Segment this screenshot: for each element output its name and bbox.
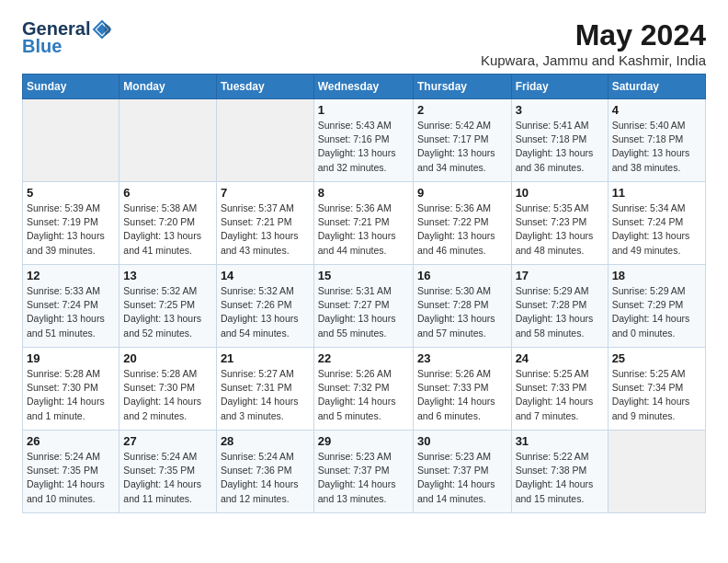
day-info: Sunrise: 5:43 AMSunset: 7:16 PMDaylight:… bbox=[318, 119, 409, 175]
day-info: Sunrise: 5:29 AMSunset: 7:28 PMDaylight:… bbox=[516, 284, 604, 340]
calendar-cell: 25Sunrise: 5:25 AMSunset: 7:34 PMDayligh… bbox=[608, 348, 705, 431]
day-info: Sunrise: 5:42 AMSunset: 7:17 PMDaylight:… bbox=[417, 119, 507, 175]
day-header-tuesday: Tuesday bbox=[216, 75, 313, 99]
day-number: 4 bbox=[612, 103, 701, 117]
day-number: 30 bbox=[417, 434, 507, 448]
day-info: Sunrise: 5:36 AMSunset: 7:22 PMDaylight:… bbox=[417, 201, 507, 258]
day-info: Sunrise: 5:37 AMSunset: 7:21 PMDaylight:… bbox=[221, 201, 310, 258]
day-number: 3 bbox=[516, 103, 604, 117]
calendar-cell: 9Sunrise: 5:36 AMSunset: 7:22 PMDaylight… bbox=[413, 182, 511, 265]
title-area: May 2024 Kupwara, Jammu and Kashmir, Ind… bbox=[481, 18, 706, 68]
calendar-cell: 12Sunrise: 5:33 AMSunset: 7:24 PMDayligh… bbox=[23, 265, 119, 348]
day-info: Sunrise: 5:34 AMSunset: 7:24 PMDaylight:… bbox=[612, 201, 701, 258]
calendar-cell: 13Sunrise: 5:32 AMSunset: 7:25 PMDayligh… bbox=[119, 265, 217, 348]
calendar-cell: 26Sunrise: 5:24 AMSunset: 7:35 PMDayligh… bbox=[23, 431, 119, 513]
calendar-cell: 10Sunrise: 5:35 AMSunset: 7:23 PMDayligh… bbox=[511, 182, 608, 265]
day-info: Sunrise: 5:41 AMSunset: 7:18 PMDaylight:… bbox=[516, 119, 604, 175]
day-number: 18 bbox=[612, 269, 701, 282]
day-header-friday: Friday bbox=[511, 75, 608, 99]
day-info: Sunrise: 5:28 AMSunset: 7:30 PMDaylight:… bbox=[27, 367, 115, 423]
day-info: Sunrise: 5:25 AMSunset: 7:34 PMDaylight:… bbox=[612, 367, 701, 423]
calendar-cell: 20Sunrise: 5:28 AMSunset: 7:30 PMDayligh… bbox=[119, 348, 217, 431]
day-number: 6 bbox=[123, 186, 212, 200]
day-header-sunday: Sunday bbox=[23, 75, 119, 99]
week-row-5: 26Sunrise: 5:24 AMSunset: 7:35 PMDayligh… bbox=[23, 431, 706, 513]
day-number: 10 bbox=[516, 186, 604, 200]
calendar-cell: 22Sunrise: 5:26 AMSunset: 7:32 PMDayligh… bbox=[313, 348, 413, 431]
calendar-cell: 18Sunrise: 5:29 AMSunset: 7:29 PMDayligh… bbox=[608, 265, 705, 348]
day-info: Sunrise: 5:33 AMSunset: 7:24 PMDaylight:… bbox=[27, 284, 115, 340]
day-number: 11 bbox=[612, 186, 701, 200]
calendar-cell: 31Sunrise: 5:22 AMSunset: 7:38 PMDayligh… bbox=[511, 431, 608, 513]
day-number: 14 bbox=[221, 269, 310, 282]
svg-marker-2 bbox=[105, 23, 110, 36]
week-row-3: 12Sunrise: 5:33 AMSunset: 7:24 PMDayligh… bbox=[23, 265, 706, 348]
day-header-thursday: Thursday bbox=[413, 75, 511, 99]
day-info: Sunrise: 5:36 AMSunset: 7:21 PMDaylight:… bbox=[318, 201, 409, 258]
calendar-cell: 8Sunrise: 5:36 AMSunset: 7:21 PMDaylight… bbox=[313, 182, 413, 265]
day-info: Sunrise: 5:29 AMSunset: 7:29 PMDaylight:… bbox=[612, 284, 701, 340]
day-number: 25 bbox=[612, 351, 701, 365]
day-info: Sunrise: 5:38 AMSunset: 7:20 PMDaylight:… bbox=[123, 201, 212, 258]
calendar-cell: 3Sunrise: 5:41 AMSunset: 7:18 PMDaylight… bbox=[511, 99, 608, 182]
calendar-cell: 6Sunrise: 5:38 AMSunset: 7:20 PMDaylight… bbox=[119, 182, 217, 265]
calendar-cell: 23Sunrise: 5:26 AMSunset: 7:33 PMDayligh… bbox=[413, 348, 511, 431]
location: Kupwara, Jammu and Kashmir, India bbox=[481, 52, 706, 68]
day-number: 2 bbox=[417, 103, 507, 117]
days-header-row: SundayMondayTuesdayWednesdayThursdayFrid… bbox=[23, 75, 706, 99]
day-info: Sunrise: 5:23 AMSunset: 7:37 PMDaylight:… bbox=[318, 450, 409, 506]
day-number: 1 bbox=[318, 103, 409, 117]
day-number: 29 bbox=[318, 434, 409, 448]
calendar-cell: 28Sunrise: 5:24 AMSunset: 7:36 PMDayligh… bbox=[216, 431, 313, 513]
week-row-2: 5Sunrise: 5:39 AMSunset: 7:19 PMDaylight… bbox=[23, 182, 706, 265]
day-info: Sunrise: 5:28 AMSunset: 7:30 PMDaylight:… bbox=[123, 367, 212, 423]
day-info: Sunrise: 5:35 AMSunset: 7:23 PMDaylight:… bbox=[516, 201, 604, 258]
day-number: 12 bbox=[27, 269, 115, 282]
day-info: Sunrise: 5:26 AMSunset: 7:33 PMDaylight:… bbox=[417, 367, 507, 423]
logo-blue: Blue bbox=[22, 36, 62, 57]
day-number: 13 bbox=[123, 269, 212, 282]
day-info: Sunrise: 5:30 AMSunset: 7:28 PMDaylight:… bbox=[417, 284, 507, 340]
calendar-cell: 11Sunrise: 5:34 AMSunset: 7:24 PMDayligh… bbox=[608, 182, 705, 265]
calendar-cell bbox=[119, 99, 217, 182]
day-number: 20 bbox=[123, 351, 212, 365]
day-number: 21 bbox=[221, 351, 310, 365]
logo: General Blue bbox=[22, 18, 112, 57]
day-number: 8 bbox=[318, 186, 409, 200]
calendar-cell: 30Sunrise: 5:23 AMSunset: 7:37 PMDayligh… bbox=[413, 431, 511, 513]
day-header-saturday: Saturday bbox=[608, 75, 705, 99]
day-info: Sunrise: 5:40 AMSunset: 7:18 PMDaylight:… bbox=[612, 119, 701, 175]
logo-icon bbox=[92, 19, 112, 40]
calendar-cell: 7Sunrise: 5:37 AMSunset: 7:21 PMDaylight… bbox=[216, 182, 313, 265]
day-number: 17 bbox=[516, 269, 604, 282]
day-info: Sunrise: 5:23 AMSunset: 7:37 PMDaylight:… bbox=[417, 450, 507, 506]
day-number: 22 bbox=[318, 351, 409, 365]
week-row-4: 19Sunrise: 5:28 AMSunset: 7:30 PMDayligh… bbox=[23, 348, 706, 431]
calendar-cell: 2Sunrise: 5:42 AMSunset: 7:17 PMDaylight… bbox=[413, 99, 511, 182]
day-number: 19 bbox=[27, 351, 115, 365]
calendar-cell: 29Sunrise: 5:23 AMSunset: 7:37 PMDayligh… bbox=[313, 431, 413, 513]
day-info: Sunrise: 5:22 AMSunset: 7:38 PMDaylight:… bbox=[516, 450, 604, 506]
day-info: Sunrise: 5:27 AMSunset: 7:31 PMDaylight:… bbox=[221, 367, 310, 423]
day-number: 7 bbox=[221, 186, 310, 200]
day-number: 26 bbox=[27, 434, 115, 448]
day-info: Sunrise: 5:39 AMSunset: 7:19 PMDaylight:… bbox=[27, 201, 115, 258]
day-info: Sunrise: 5:24 AMSunset: 7:35 PMDaylight:… bbox=[123, 450, 212, 506]
calendar-cell: 17Sunrise: 5:29 AMSunset: 7:28 PMDayligh… bbox=[511, 265, 608, 348]
calendar-cell: 15Sunrise: 5:31 AMSunset: 7:27 PMDayligh… bbox=[313, 265, 413, 348]
calendar-cell: 24Sunrise: 5:25 AMSunset: 7:33 PMDayligh… bbox=[511, 348, 608, 431]
calendar-table: SundayMondayTuesdayWednesdayThursdayFrid… bbox=[22, 74, 706, 513]
month-year: May 2024 bbox=[481, 18, 706, 52]
calendar-cell: 1Sunrise: 5:43 AMSunset: 7:16 PMDaylight… bbox=[313, 99, 413, 182]
calendar-cell bbox=[608, 431, 705, 513]
day-info: Sunrise: 5:25 AMSunset: 7:33 PMDaylight:… bbox=[516, 367, 604, 423]
day-header-monday: Monday bbox=[119, 75, 217, 99]
day-info: Sunrise: 5:31 AMSunset: 7:27 PMDaylight:… bbox=[318, 284, 409, 340]
calendar-cell: 27Sunrise: 5:24 AMSunset: 7:35 PMDayligh… bbox=[119, 431, 217, 513]
day-number: 31 bbox=[516, 434, 604, 448]
header: General Blue May 2024 Kupwara, Jammu and… bbox=[22, 18, 706, 68]
calendar-cell: 19Sunrise: 5:28 AMSunset: 7:30 PMDayligh… bbox=[23, 348, 119, 431]
calendar-cell: 16Sunrise: 5:30 AMSunset: 7:28 PMDayligh… bbox=[413, 265, 511, 348]
day-number: 16 bbox=[417, 269, 507, 282]
day-number: 23 bbox=[417, 351, 507, 365]
